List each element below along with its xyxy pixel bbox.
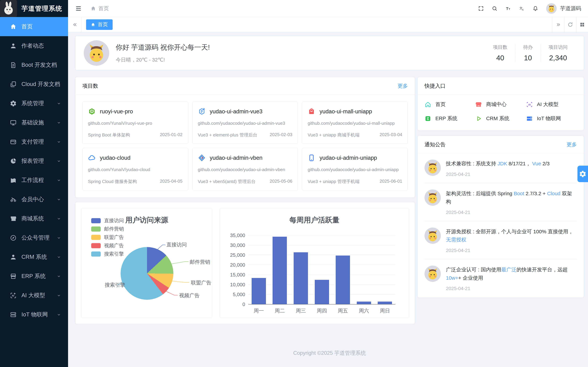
user-avatar[interactable]: [546, 3, 557, 14]
sidebar-item-11[interactable]: 公众号管理: [0, 228, 68, 247]
sidebar-item-label: 会员中心: [21, 196, 52, 203]
notice-link[interactable]: 无需授权: [446, 237, 466, 242]
search-icon[interactable]: [492, 6, 497, 11]
stat-value: 2,340: [549, 54, 568, 62]
breadcrumb[interactable]: 首页: [91, 5, 109, 12]
notice-avatar: [424, 159, 441, 176]
shortcut-0[interactable]: 首页: [424, 101, 475, 108]
tabs-scroll-right-button[interactable]: [552, 17, 564, 32]
sidebar-item-15[interactable]: IoT 物联网: [0, 305, 68, 324]
sidebar-item-label: AI 大模型: [21, 292, 52, 299]
sidebar-item-6[interactable]: 支付管理: [0, 132, 68, 151]
notice-item-3[interactable]: 广泛企业认可 : 国内使用最广泛的快速开发平台，远超 10w++ 企业使用202…: [424, 259, 577, 297]
project-card-5[interactable]: yudao-ui-admin-uniappgithub.com/yudaocod…: [302, 148, 408, 190]
header-user-name[interactable]: 芋道源码: [560, 5, 581, 12]
legend-swatch: [91, 235, 101, 240]
notice-item-1[interactable]: 架构灵活性 : 后端提供 Spring Boot 2.7/3.2 + Cloud…: [424, 183, 577, 221]
settings-float-button[interactable]: [578, 166, 588, 182]
legend-item-2[interactable]: 联盟广告: [91, 233, 124, 242]
tab-layout-button[interactable]: [576, 17, 588, 32]
shortcut-label: IoT 物联网: [537, 115, 561, 122]
shortcut-1[interactable]: 商城中心: [475, 101, 526, 108]
chevron-down-icon: [56, 101, 61, 106]
svg-text:AI: AI: [528, 103, 531, 106]
welcome-avatar: [84, 40, 109, 66]
project-card-2[interactable]: yudao-ui-mall-uniappgithub.com/yudaocode…: [302, 102, 408, 144]
bell-icon[interactable]: [533, 6, 538, 11]
legend-item-0[interactable]: 直接访问: [91, 217, 124, 225]
legend-item-4[interactable]: 搜索引擎: [91, 250, 124, 258]
notice-link[interactable]: Vue: [532, 161, 541, 166]
notice-link[interactable]: 10w+: [446, 275, 458, 281]
notice-link[interactable]: JDK: [497, 161, 507, 166]
font-size-icon[interactable]: TT: [505, 6, 511, 11]
sidebar-item-13[interactable]: ERP 系统: [0, 267, 68, 286]
notice-text: 架构灵活性 : 后端提供 Spring: [446, 191, 514, 196]
tabs-scroll-left-button[interactable]: [68, 17, 82, 32]
bar-周一[interactable]: [252, 278, 266, 304]
project-card-3[interactable]: yudao-cloudgithub.com/YunaiV/yudao-cloud…: [82, 148, 188, 190]
sidebar-item-label: 作者动态: [21, 42, 61, 50]
sidebar-item-5[interactable]: 基础设施: [0, 113, 68, 132]
bar-周二[interactable]: [273, 237, 287, 304]
chevron-down-icon: [56, 140, 61, 144]
notice-item-0[interactable]: 技术兼容性 : 系统支持 JDK 8/17/21， Vue 2/32025-04…: [424, 153, 577, 183]
shortcut-label: 商城中心: [486, 101, 507, 108]
sidebar-item-label: CRM 系统: [21, 253, 52, 261]
app-logo[interactable]: 芋道管理系统: [0, 0, 68, 17]
shortcut-2[interactable]: AIAI 大模型: [526, 101, 577, 108]
notice-link[interactable]: Cloud: [547, 191, 560, 196]
bar-周五[interactable]: [336, 256, 350, 304]
tab-refresh-button[interactable]: [564, 17, 576, 32]
language-icon[interactable]: 文A: [519, 6, 525, 11]
bar-周三[interactable]: [294, 252, 308, 304]
sidebar-item-12[interactable]: CRM 系统: [0, 247, 68, 267]
shortcut-label: ERP 系统: [435, 115, 457, 122]
project-desc: Spring Boot 单体架构: [88, 132, 130, 138]
sidebar-item-14[interactable]: AIAI 大模型: [0, 286, 68, 305]
shortcut-4[interactable]: CRM 系统: [475, 115, 526, 122]
sidebar-item-9[interactable]: 会员中心: [0, 190, 68, 209]
shortcut-3[interactable]: ERP 系统: [424, 115, 475, 122]
bar-周六[interactable]: [357, 301, 371, 304]
notice-avatar: [424, 266, 441, 282]
sidebar-item-3[interactable]: Cloud 开发文档: [0, 75, 68, 94]
bar-周日[interactable]: [378, 301, 392, 304]
tab-home[interactable]: 首页: [86, 19, 113, 30]
legend-label: 视频广告: [104, 242, 124, 249]
notice-text: 8/17/21，: [507, 161, 532, 166]
sidebar-item-8[interactable]: 工作流程: [0, 171, 68, 190]
sidebar-item-label: Cloud 开发文档: [21, 80, 61, 88]
project-date: 2025-05-06: [270, 179, 292, 184]
project-card-1[interactable]: yudao-ui-admin-vue3github.com/yudaocode/…: [192, 102, 298, 144]
project-card-0[interactable]: ruoyi-vue-progithub.com/YunaiV/ruoyi-vue…: [82, 102, 188, 144]
menu-fold-icon[interactable]: [75, 5, 82, 12]
sidebar-item-label: 首页: [21, 23, 61, 30]
notice-title: 开源免授权 : 全部开源，个人与企业可 100% 直接使用，无需授权: [446, 227, 577, 244]
vue3-icon: [198, 108, 206, 115]
sidebar-item-4[interactable]: 系统管理: [0, 94, 68, 113]
project-desc: Spring Cloud 微服务架构: [88, 179, 137, 184]
fullscreen-icon[interactable]: [478, 6, 484, 11]
project-card-4[interactable]: yudao-ui-admin-vbengithub.com/yudaocode/…: [192, 148, 298, 190]
projects-more-link[interactable]: 更多: [398, 83, 408, 90]
legend-item-3[interactable]: 视频广告: [91, 242, 124, 250]
main-content: 你好 芋道源码 祝你开心每一天! 今日晴，20℃ - 32℃! 项目数40待办1…: [68, 32, 588, 367]
sidebar-item-0[interactable]: 首页: [0, 17, 68, 36]
legend-item-1[interactable]: 邮件营销: [91, 225, 124, 233]
bar-x-axis: 周一周二周三周四周五周六周日: [248, 307, 395, 314]
sidebar-item-1[interactable]: 作者动态: [0, 36, 68, 55]
sidebar-item-2[interactable]: Boot 开发文档: [0, 55, 68, 75]
project-date: 2025-06-01: [380, 179, 402, 184]
notice-text: 2/3: [541, 161, 550, 166]
bar-周四[interactable]: [315, 280, 329, 304]
notice-link[interactable]: 最广泛: [501, 267, 517, 272]
y-tick-label: 35,000: [221, 233, 245, 238]
notice-item-2[interactable]: 开源免授权 : 全部开源，个人与企业可 100% 直接使用，无需授权2025-0…: [424, 221, 577, 259]
notice-link[interactable]: Boot: [514, 191, 524, 196]
shortcut-5[interactable]: IoT 物联网: [526, 115, 577, 122]
notices-more-link[interactable]: 更多: [567, 141, 577, 148]
pie-chart[interactable]: [121, 247, 173, 300]
sidebar-item-10[interactable]: 商城系统: [0, 209, 68, 228]
sidebar-item-7[interactable]: 报表管理: [0, 151, 68, 171]
